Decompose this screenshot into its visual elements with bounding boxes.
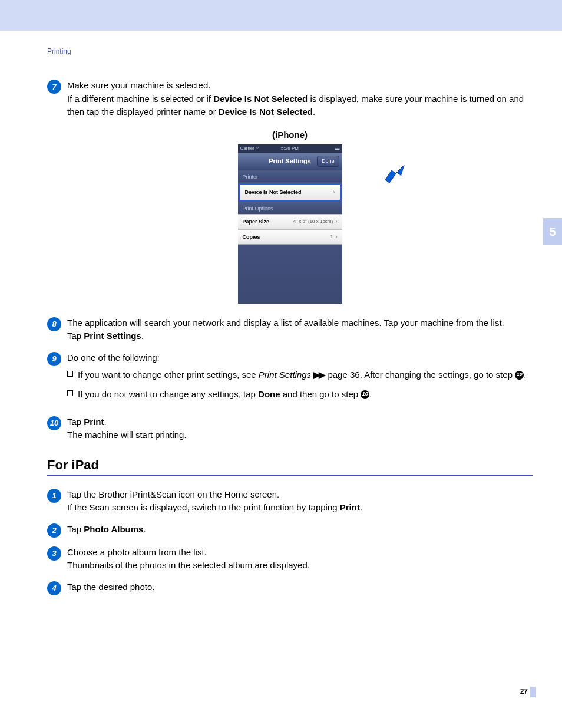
carrier-label: Carrier ᯤ — [240, 146, 261, 151]
ref-number-badge: 10 — [361, 390, 369, 399]
ref-number-badge: 10 — [515, 371, 524, 380]
text: page 36. After changing the settings, go… — [325, 370, 515, 380]
text: If you do not want to change any setting… — [78, 389, 258, 399]
step-number-badge: 2 — [47, 523, 61, 538]
text: Photo Albums — [84, 524, 143, 534]
step-number-badge: 8 — [47, 317, 61, 331]
bullet-icon — [67, 371, 73, 377]
step-7: 7 Make sure your machine is selected. If… — [47, 79, 533, 119]
step-8: 8 The application will search your netwo… — [47, 317, 533, 343]
step-body: Tap the Brother iPrint&Scan icon on the … — [67, 488, 533, 515]
text: Tap the Brother iPrint&Scan icon on the … — [67, 489, 279, 499]
printer-section-header: Printer — [238, 170, 342, 182]
chevron-right-icon: › — [333, 189, 335, 195]
text: . — [369, 389, 372, 399]
copies-row[interactable]: Copies 1› — [238, 229, 342, 245]
bullet-icon — [67, 390, 73, 396]
step-number-badge: 9 — [47, 352, 61, 366]
step-10: 10 Tap Print. The machine will start pri… — [47, 416, 533, 442]
text: Choose a photo album from the list. — [67, 547, 207, 557]
step-body: Choose a photo album from the list. Thum… — [67, 546, 533, 572]
text: . — [143, 524, 146, 534]
ipad-step-1: 1 Tap the Brother iPrint&Scan icon on th… — [47, 488, 533, 515]
ipad-step-2: 2 Tap Photo Albums. — [47, 523, 533, 538]
text: Print Settings — [84, 331, 141, 341]
text: Device Is Not Selected — [219, 107, 313, 117]
section-heading: For iPad — [47, 457, 533, 473]
text: and then go to step — [280, 389, 361, 399]
text: Thumbnails of the photos in the selected… — [67, 560, 310, 570]
options-section-header: Print Options — [238, 202, 342, 214]
text: If a different machine is selected or if — [67, 94, 213, 104]
callout-arrow — [384, 165, 405, 186]
bullet-item: If you want to change other print settin… — [67, 368, 533, 381]
step-number-badge: 10 — [47, 416, 61, 430]
printer-label: Device Is Not Selected — [245, 189, 302, 195]
double-chevron-icon: ▶▶ — [313, 368, 324, 381]
step-body: Tap Print. The machine will start printi… — [67, 416, 533, 442]
step-body: The application will search your network… — [67, 317, 533, 343]
step-body: Tap Photo Albums. — [67, 523, 533, 536]
page-content: Printing 7 Make sure your machine is sel… — [0, 31, 562, 595]
text: . — [141, 331, 144, 341]
nav-bar: Print Settings Done — [238, 153, 342, 170]
text: If the Scan screen is displayed, switch … — [67, 502, 340, 512]
text: . — [360, 502, 362, 512]
text: . — [104, 417, 107, 427]
top-banner — [0, 0, 562, 31]
text: Tap — [67, 417, 84, 427]
text: Make sure your machine is selected. — [67, 80, 210, 90]
step-number-badge: 3 — [47, 546, 61, 561]
row-value: 4" x 6" (10 x 15cm) — [293, 219, 333, 224]
step-number-badge: 4 — [47, 581, 61, 595]
text: The machine will start printing. — [67, 430, 187, 440]
text: Print — [84, 417, 104, 427]
printer-row-highlight: Device Is Not Selected › — [239, 183, 341, 201]
step-body: Make sure your machine is selected. If a… — [67, 79, 533, 119]
section-header: Printing — [47, 47, 533, 55]
iphone-caption: (iPhone) — [47, 130, 533, 140]
text: Print Settings — [259, 370, 311, 380]
status-bar: Carrier ᯤ 5:26 PM ▬ — [238, 144, 342, 153]
text: Tap the desired photo. — [67, 582, 154, 592]
step-number-badge: 1 — [47, 489, 61, 503]
time-label: 5:26 PM — [281, 146, 299, 151]
text: Device Is Not Selected — [213, 94, 308, 104]
step-body: Tap the desired photo. — [67, 581, 533, 594]
chevron-right-icon: › — [335, 233, 337, 240]
screenshot-wrapper: Carrier ᯤ 5:26 PM ▬ Print Settings Done … — [47, 144, 533, 304]
nav-title: Print Settings — [269, 157, 311, 164]
corner-tab — [530, 687, 536, 697]
text: Tap — [67, 524, 84, 534]
step-body: Do one of the following: If you want to … — [67, 351, 533, 407]
text: Print — [340, 502, 360, 512]
text: The application will search your network… — [67, 318, 504, 328]
row-label: Copies — [243, 234, 260, 240]
step-number-badge: 7 — [47, 80, 61, 94]
chevron-right-icon: › — [335, 218, 337, 225]
step-9: 9 Do one of the following: If you want t… — [47, 351, 533, 407]
bullet-item: If you do not want to change any setting… — [67, 387, 533, 401]
text: Do one of the following: — [67, 351, 533, 365]
text: Done — [258, 389, 280, 399]
svg-marker-0 — [385, 165, 404, 183]
text: . — [313, 107, 315, 117]
battery-icon: ▬ — [335, 146, 340, 151]
text: . — [524, 370, 526, 380]
text: Tap — [67, 331, 84, 341]
page-number: 27 — [520, 687, 528, 696]
ipad-step-3: 3 Choose a photo album from the list. Th… — [47, 546, 533, 572]
row-value: 1 — [330, 234, 333, 239]
row-label: Paper Size — [243, 219, 270, 225]
section-rule — [47, 475, 533, 476]
printer-row[interactable]: Device Is Not Selected › — [240, 185, 340, 200]
done-button[interactable]: Done — [317, 156, 339, 167]
text: If you want to change other print settin… — [78, 370, 259, 380]
ipad-step-4: 4 Tap the desired photo. — [47, 581, 533, 595]
paper-size-row[interactable]: Paper Size 4" x 6" (10 x 15cm)› — [238, 214, 342, 229]
iphone-mock: Carrier ᯤ 5:26 PM ▬ Print Settings Done … — [238, 144, 342, 304]
